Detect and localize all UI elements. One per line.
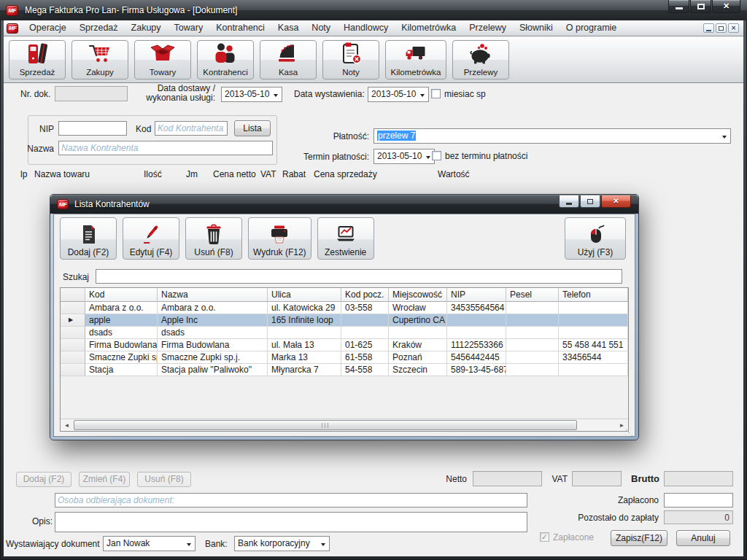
menu-item[interactable]: Kilometrówka bbox=[395, 20, 462, 36]
column-header[interactable]: Ulica bbox=[268, 288, 341, 302]
netto-field[interactable] bbox=[473, 471, 542, 486]
row-selector[interactable] bbox=[61, 351, 85, 364]
close-button[interactable]: ✕ bbox=[712, 0, 740, 13]
toolbar-button-kilometrowka[interactable]: Kilometrówka bbox=[385, 40, 446, 79]
row-selector[interactable] bbox=[61, 327, 85, 339]
toolbar-button-zakupy[interactable]: Zakupy bbox=[71, 40, 128, 79]
toolbar-button-przelewy[interactable]: Przelewy bbox=[452, 40, 509, 79]
uzyj-button[interactable]: Użyj (F3) bbox=[565, 217, 626, 260]
column-header[interactable]: Pesel bbox=[506, 288, 559, 302]
document-menu-icon[interactable]: MF bbox=[7, 23, 18, 34]
menu-item[interactable]: Kontrahenci bbox=[209, 20, 271, 36]
column-header[interactable]: Telefon bbox=[559, 288, 628, 302]
szukaj-input[interactable] bbox=[96, 269, 622, 284]
wydruk-button[interactable]: Wydruk (F12) bbox=[248, 217, 311, 260]
row-selector[interactable] bbox=[61, 314, 85, 327]
usun-button[interactable]: Usuń (F8) bbox=[185, 217, 242, 260]
contractor-row[interactable]: apple Apple Inc 165 Infinite loop Cupert… bbox=[61, 314, 628, 327]
toolbar-button-sprzedaz[interactable]: Sprzedaż bbox=[9, 40, 66, 79]
data-dostawy-picker[interactable]: 2013-05-10 bbox=[221, 87, 282, 102]
row-selector[interactable] bbox=[61, 302, 85, 314]
cell-nip bbox=[447, 327, 506, 339]
cell-miejscowosc: Poznań bbox=[389, 351, 447, 364]
nazwa-input[interactable] bbox=[58, 141, 273, 155]
mdi-restore-button[interactable] bbox=[716, 23, 727, 33]
toolbar-button-kasa[interactable]: Kasa bbox=[260, 40, 317, 79]
bank-combobox[interactable]: Bank korporacyjny bbox=[234, 536, 330, 551]
column-header[interactable]: Miejscowość bbox=[389, 288, 447, 302]
platnosc-combobox[interactable]: przelew 7 bbox=[374, 128, 731, 144]
contractor-row[interactable]: Stacja Stacja paliw "Paliwoko" Młynarcka… bbox=[61, 364, 628, 376]
menu-item[interactable]: O programie bbox=[560, 20, 623, 36]
dialog-minimize-button[interactable] bbox=[559, 195, 579, 208]
lista-button[interactable]: Lista bbox=[234, 120, 271, 136]
edytuj-button[interactable]: Edytuj (F4) bbox=[123, 217, 179, 260]
nr-dok-input[interactable] bbox=[55, 86, 128, 101]
vat-field[interactable] bbox=[572, 471, 622, 486]
data-wystawienia-picker[interactable]: 2013-05-10 bbox=[368, 87, 429, 102]
app-logo-icon[interactable]: MF bbox=[6, 5, 18, 16]
toolbar-button-noty[interactable]: Noty bbox=[322, 40, 379, 79]
resize-grip-icon[interactable]: ⋱ bbox=[625, 429, 633, 436]
dodaj-button[interactable]: Dodaj (F2) bbox=[60, 217, 117, 260]
toolbar-button-kontrahenci[interactable]: Kontrahenci bbox=[197, 40, 254, 79]
printer-icon bbox=[268, 222, 291, 248]
scroll-left-arrow-icon[interactable]: ◄ bbox=[61, 419, 73, 431]
zaplacone-checkbox[interactable]: ✓ bbox=[540, 532, 549, 542]
mdi-minimize-button[interactable] bbox=[703, 23, 714, 33]
contractors-grid: KodNazwaUlicaKod pocz.MiejscowośćNIPPese… bbox=[60, 287, 629, 432]
nip-input[interactable] bbox=[58, 121, 127, 136]
items-column-headers: lpNazwa towaruIlośćJmCena nettoVATRabatC… bbox=[4, 168, 743, 182]
horizontal-scrollbar[interactable]: ◄ ► bbox=[61, 419, 628, 431]
kod-label: Kod bbox=[136, 124, 151, 134]
zapisz-button[interactable]: Zapisz(F12) bbox=[611, 530, 667, 546]
contractor-row[interactable]: dsads dsads bbox=[61, 327, 628, 339]
contractor-row[interactable]: Firma Budowlana Firma Budowlana ul. Mała… bbox=[61, 339, 628, 351]
cell-pesel bbox=[506, 302, 559, 314]
menu-item[interactable]: Operacje bbox=[23, 20, 73, 36]
row-selector[interactable] bbox=[61, 364, 85, 376]
wystawiajacy-combobox[interactable]: Jan Nowak bbox=[103, 536, 196, 551]
piggy-bank-icon bbox=[468, 41, 494, 68]
menu-item[interactable]: Słowniki bbox=[513, 20, 560, 36]
vat-label: VAT bbox=[547, 474, 568, 484]
dialog-restore-button[interactable] bbox=[580, 195, 600, 208]
osoba-odbierajaca-input[interactable] bbox=[55, 493, 527, 508]
pozycja-zmien-button[interactable]: Zmień (F4) bbox=[79, 472, 130, 487]
truck-icon bbox=[403, 41, 429, 68]
menu-item[interactable]: Handlowcy bbox=[337, 20, 395, 36]
minimize-button[interactable] bbox=[668, 0, 689, 13]
row-selector[interactable] bbox=[61, 339, 85, 351]
menu-item[interactable]: Towary bbox=[168, 20, 210, 36]
miesiac-sp-checkbox[interactable] bbox=[431, 89, 441, 98]
items-column-header: lp bbox=[20, 169, 27, 179]
column-header[interactable]: NIP bbox=[447, 288, 506, 302]
pozycja-usun-button[interactable]: Usuń (F8) bbox=[137, 472, 191, 487]
menu-item[interactable]: Sprzedaż bbox=[73, 20, 125, 36]
brutto-field[interactable] bbox=[664, 471, 733, 486]
column-header[interactable]: Kod bbox=[85, 288, 158, 302]
zaplacone-label: Zapłacone bbox=[553, 532, 594, 542]
menu-item[interactable]: Noty bbox=[305, 20, 337, 36]
toolbar-button-towary[interactable]: Towary bbox=[134, 40, 191, 79]
scrollbar-thumb[interactable] bbox=[74, 420, 577, 430]
kod-input[interactable] bbox=[155, 121, 228, 136]
minimize-icon bbox=[566, 203, 572, 205]
menu-item[interactable]: Zakupy bbox=[125, 20, 168, 36]
termin-platnosci-picker[interactable]: 2013-05-10 bbox=[374, 149, 435, 164]
zaplacono-input[interactable] bbox=[664, 493, 733, 508]
dialog-close-button[interactable]: ✕ bbox=[601, 195, 631, 208]
pozycja-dodaj-button[interactable]: Dodaj (F2) bbox=[16, 472, 71, 487]
column-header[interactable]: Kod pocz. bbox=[341, 288, 389, 302]
menu-item[interactable]: Kasa bbox=[271, 20, 306, 36]
maximize-button[interactable] bbox=[690, 0, 711, 13]
contractor-row[interactable]: Smaczne Zupki sp Smaczne Zupki sp.j. Mar… bbox=[61, 351, 628, 364]
column-header[interactable]: Nazwa bbox=[158, 288, 268, 302]
zestawienie-button[interactable]: Zestwienie bbox=[317, 217, 374, 260]
contractor-row[interactable]: Ambara z o.o. Ambara z o.o. ul. Katowick… bbox=[61, 302, 628, 314]
opis-textarea[interactable] bbox=[55, 512, 527, 532]
bez-terminu-checkbox[interactable] bbox=[432, 151, 441, 160]
menu-item[interactable]: Przelewy bbox=[462, 20, 513, 36]
mdi-close-button[interactable]: ✕ bbox=[728, 23, 739, 33]
anuluj-button[interactable]: Anuluj bbox=[676, 530, 730, 546]
